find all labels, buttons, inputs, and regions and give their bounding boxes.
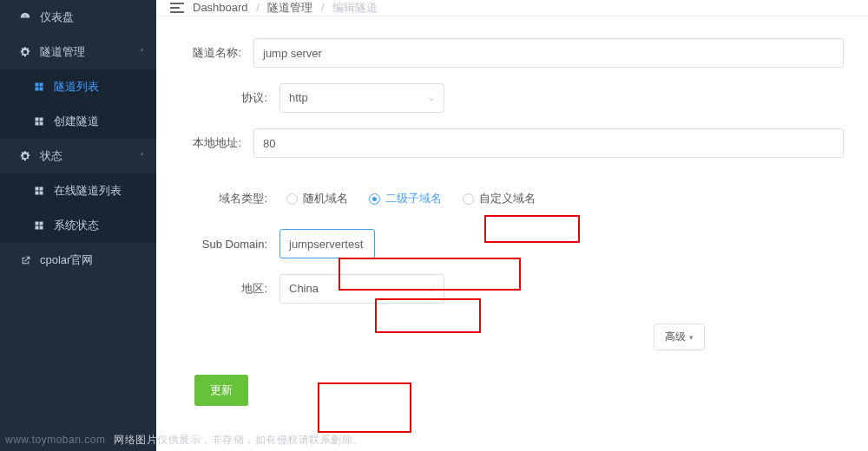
radio-icon xyxy=(463,193,474,205)
grid-icon xyxy=(31,186,47,196)
domain-type-custom[interactable]: 自定义域名 xyxy=(456,187,542,210)
sidebar-item-label: 系统状态 xyxy=(54,218,99,233)
gauge-icon xyxy=(17,11,33,23)
breadcrumb-item[interactable]: Dashboard xyxy=(193,1,248,14)
footer-domain: www.toymoban.com xyxy=(5,434,105,446)
breadcrumb-separator: / xyxy=(256,1,260,14)
footer-watermark: www.toymoban.com 网络图片仅供展示，非存储，如有侵权请联系删除。 xyxy=(5,433,364,448)
domain-type-sub[interactable]: 二级子域名 xyxy=(362,187,449,210)
grid-icon xyxy=(31,82,47,92)
grid-icon xyxy=(31,116,47,127)
advanced-label: 高级 xyxy=(665,330,686,344)
chevron-down-icon: ⌄ xyxy=(428,275,435,303)
sub-domain-input[interactable] xyxy=(279,229,375,258)
sidebar-item-tunnel-list[interactable]: 隧道列表 xyxy=(0,69,156,104)
local-addr-input[interactable] xyxy=(253,128,844,158)
chevron-up-icon: ˄ xyxy=(140,152,144,161)
breadcrumb-separator: / xyxy=(321,1,325,14)
sidebar-item-online-tunnels[interactable]: 在线隧道列表 xyxy=(0,173,156,208)
protocol-select[interactable]: http ⌄ xyxy=(279,83,444,113)
sub-domain-label: Sub Domain: xyxy=(181,238,279,251)
sidebar-item-label: 创建隧道 xyxy=(54,114,99,129)
chevron-down-icon: ⌄ xyxy=(428,84,435,112)
sidebar-item-label: 隧道管理 xyxy=(40,44,139,60)
protocol-value: http xyxy=(289,91,308,104)
breadcrumb-item: 编辑隧道 xyxy=(332,1,378,14)
radio-icon xyxy=(286,193,298,205)
toggle-sidebar-icon[interactable] xyxy=(170,2,184,14)
sidebar-item-system-status[interactable]: 系统状态 xyxy=(0,208,156,243)
caret-down-icon: ▾ xyxy=(689,333,694,342)
submit-button[interactable]: 更新 xyxy=(194,375,248,406)
sidebar-item-tunnel-manage[interactable]: 隧道管理 ˄ xyxy=(0,35,156,69)
breadcrumb: Dashboard / 隧道管理 / 编辑隧道 xyxy=(193,0,378,16)
sidebar-item-label: 在线隧道列表 xyxy=(54,183,122,199)
chevron-up-icon: ˄ xyxy=(140,48,144,57)
region-value: China xyxy=(289,282,319,295)
gear-icon xyxy=(17,46,33,58)
radio-label: 二级子域名 xyxy=(385,191,442,206)
grid-icon xyxy=(31,220,47,231)
domain-type-label: 域名类型: xyxy=(181,191,279,206)
sidebar-item-create-tunnel[interactable]: 创建隧道 xyxy=(0,104,156,139)
protocol-label: 协议: xyxy=(181,90,279,106)
sidebar-item-label: 隧道列表 xyxy=(54,79,99,95)
main-content: Dashboard / 隧道管理 / 编辑隧道 隧道名称: 协议: http ⌄ xyxy=(156,0,868,451)
tunnel-name-input[interactable] xyxy=(253,38,844,68)
gear-icon xyxy=(17,150,33,162)
region-select[interactable]: China ⌄ xyxy=(279,274,444,304)
form-content: 隧道名称: 协议: http ⌄ 本地地址: 域名类型: xyxy=(156,16,868,451)
breadcrumb-item[interactable]: 隧道管理 xyxy=(267,1,312,14)
sidebar-item-label: cpolar官网 xyxy=(40,252,93,268)
domain-type-random[interactable]: 随机域名 xyxy=(279,187,355,210)
advanced-toggle-button[interactable]: 高级 ▾ xyxy=(654,324,705,350)
radio-icon xyxy=(369,193,380,205)
sidebar-item-cpolar-site[interactable]: cpolar官网 xyxy=(0,243,156,278)
region-label: 地区: xyxy=(181,281,279,297)
topbar: Dashboard / 隧道管理 / 编辑隧道 xyxy=(156,0,868,16)
local-addr-label: 本地地址: xyxy=(181,135,253,151)
sidebar-item-label: 状态 xyxy=(40,148,139,164)
sidebar-item-dashboard[interactable]: 仪表盘 xyxy=(0,0,156,35)
tunnel-name-label: 隧道名称: xyxy=(181,45,253,61)
sidebar: 仪表盘 隧道管理 ˄ 隧道列表 创建隧道 状态 ˄ 在线隧道列表 系统状态 xyxy=(0,0,156,451)
sidebar-item-label: 仪表盘 xyxy=(40,10,139,25)
sidebar-item-status[interactable]: 状态 ˄ xyxy=(0,139,156,173)
footer-text: 网络图片仅供展示，非存储，如有侵权请联系删除。 xyxy=(114,434,364,446)
radio-label: 自定义域名 xyxy=(479,191,536,206)
external-link-icon xyxy=(17,255,33,266)
radio-label: 随机域名 xyxy=(303,191,348,206)
